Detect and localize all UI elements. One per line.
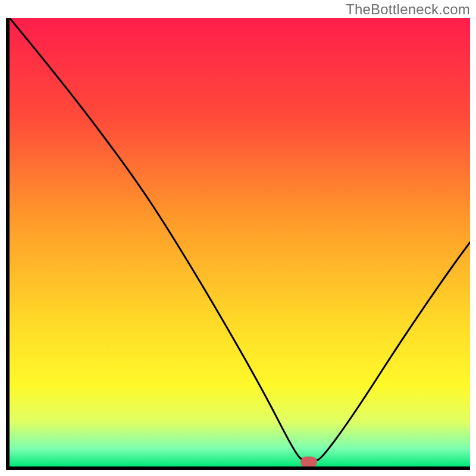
bottleneck-chart bbox=[6, 18, 470, 470]
attribution-watermark: TheBottleneck.com bbox=[346, 1, 470, 18]
heat-gradient-background bbox=[6, 18, 470, 466]
chart-frame: TheBottleneck.com bbox=[0, 0, 476, 476]
optimal-point-marker bbox=[300, 456, 317, 467]
plot-area bbox=[6, 18, 470, 470]
